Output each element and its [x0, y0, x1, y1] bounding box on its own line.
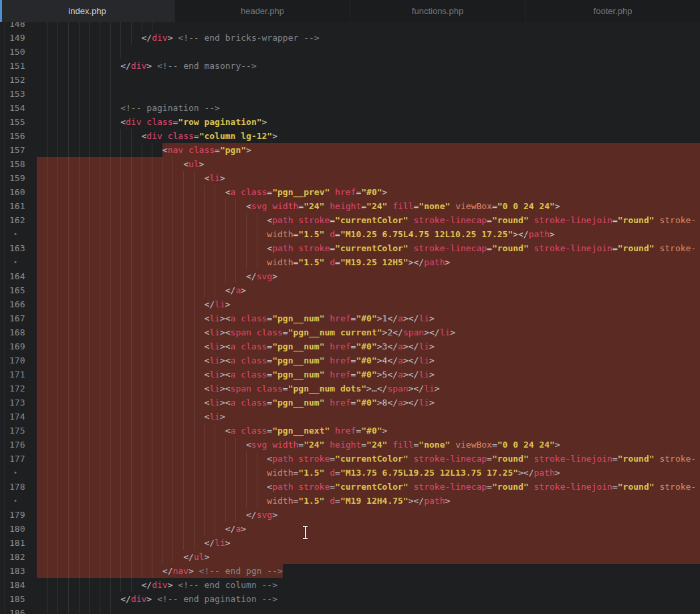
wrap-marker[interactable]: • [0, 494, 37, 508]
line-number[interactable]: 161 [0, 199, 37, 213]
code-line[interactable]: 178<path stroke="currentColor" stroke-li… [0, 480, 700, 494]
line-number[interactable]: 162 [0, 213, 37, 227]
line-content[interactable]: <ul> [37, 157, 700, 171]
line-number[interactable]: 176 [0, 438, 37, 452]
line-number[interactable]: 182 [0, 550, 37, 564]
line-number[interactable]: 178 [0, 480, 37, 494]
line-content[interactable]: </a> [37, 283, 700, 297]
line-number[interactable]: 148 [0, 22, 37, 31]
code-line[interactable]: 168<li><span class="pgn__num current">2<… [0, 325, 700, 339]
line-content[interactable]: <nav class="pgn"> [37, 143, 700, 157]
code-line[interactable]: 173<li><a class="pgn__num" href="#0">8</… [0, 396, 700, 410]
line-number[interactable]: 170 [0, 353, 37, 367]
code-line[interactable]: 159<li> [0, 171, 700, 185]
code-line[interactable]: 170<li><a class="pgn__num" href="#0">4</… [0, 353, 700, 367]
line-number[interactable]: 156 [0, 129, 37, 143]
line-number[interactable]: 173 [0, 396, 37, 410]
code-line[interactable]: 150 [0, 45, 700, 59]
code-line[interactable]: 151</div> <!-- end masonry--> [0, 59, 700, 73]
code-line[interactable]: 149</div> <!-- end bricks-wrapper --> [0, 31, 700, 45]
line-content[interactable] [37, 87, 700, 101]
code-line[interactable]: 171<li><a class="pgn__num" href="#0">5</… [0, 367, 700, 381]
wrapped-code-line[interactable]: •width="1.5" d="M19.25 12H5"></path> [0, 255, 700, 269]
line-content[interactable]: </div> <!-- end bricks-wrapper --> [37, 31, 700, 45]
line-number[interactable]: 159 [0, 171, 37, 185]
line-number[interactable]: 153 [0, 87, 37, 101]
line-content[interactable]: <path stroke="currentColor" stroke-linec… [37, 480, 700, 494]
line-content[interactable]: </div> <!-- end column --> [37, 578, 700, 592]
line-content[interactable]: <li><a class="pgn__num" href="#0">8</a><… [37, 396, 700, 410]
code-line[interactable]: 157<nav class="pgn"> [0, 143, 700, 157]
line-content[interactable]: <li><a class="pgn__num" href="#0">4</a><… [37, 353, 700, 367]
line-content[interactable]: <path stroke="currentColor" stroke-linec… [37, 452, 700, 466]
line-content[interactable] [37, 45, 700, 59]
line-content[interactable]: <svg width="24" height="24" fill="none" … [37, 438, 700, 452]
line-number[interactable]: 177 [0, 452, 37, 466]
line-number[interactable]: 151 [0, 59, 37, 73]
line-content[interactable]: </ul> [37, 550, 700, 564]
code-line[interactable]: 155<div class="row pagination"> [0, 115, 700, 129]
line-number[interactable]: 149 [0, 31, 37, 45]
tab-footer-php[interactable]: footer.php [525, 0, 700, 22]
line-number[interactable]: 163 [0, 241, 37, 255]
line-content[interactable]: </svg> [37, 508, 700, 522]
line-content[interactable]: <li> [37, 171, 700, 185]
code-line[interactable]: 161<svg width="24" height="24" fill="non… [0, 199, 700, 213]
code-line[interactable]: 166</li> [0, 297, 700, 311]
code-line[interactable]: 148 [0, 22, 700, 31]
code-line[interactable]: 184</div> <!-- end column --> [0, 578, 700, 592]
code-line[interactable]: 179</svg> [0, 508, 700, 522]
line-content[interactable]: <svg width="24" height="24" fill="none" … [37, 199, 700, 213]
wrapped-code-line[interactable]: •width="1.5" d="M19 12H4.75"></path> [0, 494, 700, 508]
code-editor[interactable]: 148149</div> <!-- end bricks-wrapper -->… [0, 22, 700, 614]
line-number[interactable]: 167 [0, 311, 37, 325]
code-line[interactable]: 172<li><span class="pgn__num dots">…</sp… [0, 381, 700, 396]
wrapped-code-line[interactable]: •width="1.5" d="M13.75 6.75L19.25 12L13.… [0, 466, 700, 480]
line-number[interactable]: 171 [0, 367, 37, 381]
code-line[interactable]: 176<svg width="24" height="24" fill="non… [0, 438, 700, 452]
code-line[interactable]: 182</ul> [0, 550, 700, 564]
line-content[interactable]: </li> [37, 536, 700, 550]
line-content[interactable]: <li><a class="pgn__num" href="#0">1</a><… [37, 311, 700, 325]
code-line[interactable]: 175<a class="pgn__next" href="#0"> [0, 424, 700, 438]
line-content[interactable] [37, 73, 700, 87]
code-line[interactable]: 154<!-- pagination --> [0, 101, 700, 115]
line-content[interactable]: <a class="pgn__prev" href="#0"> [37, 185, 700, 199]
line-number[interactable]: 174 [0, 410, 37, 424]
code-line[interactable]: 177<path stroke="currentColor" stroke-li… [0, 452, 700, 466]
line-number[interactable]: 165 [0, 283, 37, 297]
line-number[interactable]: 150 [0, 45, 37, 59]
line-number[interactable]: 157 [0, 143, 37, 157]
line-content[interactable] [37, 22, 700, 31]
code-line[interactable]: 156<div class="column lg-12"> [0, 129, 700, 143]
code-line[interactable]: 164</svg> [0, 269, 700, 283]
line-content[interactable]: <li> [37, 410, 700, 424]
tab-index-php[interactable]: index.php [0, 0, 174, 22]
code-line[interactable]: 158<ul> [0, 157, 700, 171]
line-number[interactable]: 154 [0, 101, 37, 115]
line-content[interactable]: </nav> <!-- end pgn --> [37, 564, 700, 578]
line-number[interactable]: 184 [0, 578, 37, 592]
line-number[interactable]: 166 [0, 297, 37, 311]
line-content[interactable]: </div> <!-- end pagination --> [37, 592, 700, 606]
line-content[interactable]: <li><span class="pgn__num current">2</sp… [37, 325, 700, 339]
code-line[interactable]: 186 [0, 606, 700, 614]
line-number[interactable]: 169 [0, 339, 37, 353]
line-content[interactable]: <path stroke="currentColor" stroke-linec… [37, 213, 700, 227]
line-number[interactable]: 155 [0, 115, 37, 129]
wrap-marker[interactable]: • [0, 227, 37, 241]
line-number[interactable]: 179 [0, 508, 37, 522]
code-line[interactable]: 174<li> [0, 410, 700, 424]
wrapped-code-line[interactable]: •width="1.5" d="M10.25 6.75L4.75 12L10.2… [0, 227, 700, 241]
line-content[interactable]: <div class="row pagination"> [37, 115, 700, 129]
line-number[interactable]: 183 [0, 564, 37, 578]
code-line[interactable]: 183</nav> <!-- end pgn --> [0, 564, 700, 578]
tab-functions-php[interactable]: functions.php [350, 0, 525, 22]
line-number[interactable]: 175 [0, 424, 37, 438]
line-content[interactable]: width="1.5" d="M10.25 6.75L4.75 12L10.25… [37, 227, 700, 241]
code-line[interactable]: 153 [0, 87, 700, 101]
wrap-marker[interactable]: • [0, 466, 37, 480]
line-number[interactable]: 185 [0, 592, 37, 606]
line-number[interactable]: 180 [0, 522, 37, 536]
line-content[interactable] [37, 606, 700, 614]
